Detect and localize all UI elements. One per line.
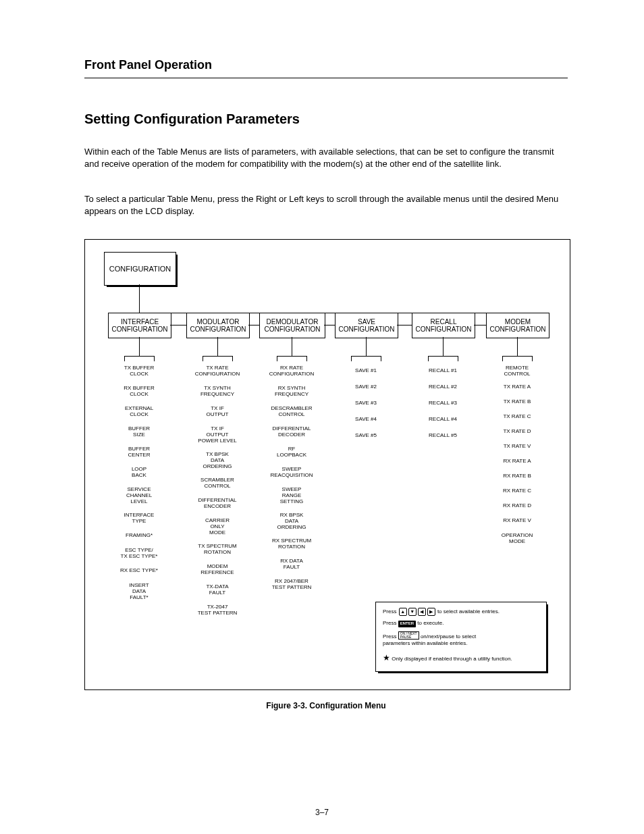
col0-item: TX BUFFERCLOCK	[107, 365, 171, 377]
menu-box-save: SAVECONFIGURATION	[335, 313, 398, 338]
col5-item: TX RATE A	[486, 384, 548, 390]
col3-item: SAVE #1	[335, 368, 397, 374]
main-config-box: CONFIGURATION	[104, 252, 176, 286]
diagram-container: CONFIGURATION INTERFACECONFIGURATION MOD…	[84, 239, 570, 690]
col0-item: EXTERNALCLOCK	[107, 406, 171, 418]
legend-line-3: Press ON / NEXTPAUSE on/next/pause to se…	[383, 631, 539, 648]
col1-item: TX-2047TEST PATTERN	[185, 604, 250, 617]
col1-item: TX RATECONFIGURATION	[185, 365, 250, 377]
menu-box-recall: RECALLCONFIGURATION	[412, 313, 475, 338]
col2-item: DIFFERENTIALDECODER	[259, 426, 324, 438]
col2-item: RFLOOPBACK	[259, 446, 324, 459]
col5-item: OPERATIONMODE	[486, 533, 548, 545]
col2-item: RX BPSKDATAORDERING	[259, 513, 324, 530]
col0-item: LOOPBACK	[107, 467, 171, 479]
arrow-up-icon: ▲	[399, 608, 407, 616]
col2-item: RX DATAFAULT	[259, 558, 324, 571]
col3-item: SAVE #3	[335, 400, 397, 407]
col2-item: DESCRAMBLERCONTROL	[259, 406, 324, 418]
col3-item: SAVE #5	[335, 433, 397, 439]
section-title: Setting Configuration Parameters	[84, 111, 300, 127]
col2-item: RX SPECTRUMROTATION	[259, 538, 324, 550]
col0-item: BUFFERSIZE	[107, 426, 171, 438]
col5-item: RX RATE A	[486, 459, 548, 465]
header-title: Front Panel Operation	[84, 58, 568, 72]
col5-item: REMOTECONTROL	[486, 365, 548, 377]
legend-line-1: Press ▲▼◀▶ to select available entries.	[383, 608, 539, 616]
col5-item: TX RATE D	[486, 429, 548, 435]
col3-item: SAVE #2	[335, 384, 397, 390]
legend-line-2: Press ENTER to execute.	[383, 620, 539, 627]
col0-item: BUFFERCENTER	[107, 446, 171, 459]
col5-item: TX RATE B	[486, 399, 548, 405]
col1-item: TX SPECTRUMROTATION	[185, 544, 250, 556]
col4-item: RECALL #3	[412, 400, 474, 407]
col4-item: RECALL #1	[412, 368, 474, 374]
col5-item: RX RATE D	[486, 503, 548, 509]
col1-item: TX IFOUTPUTPOWER LEVEL	[185, 426, 250, 444]
intro-paragraph-2: To select a particular Table Menu, press…	[84, 193, 568, 217]
col1-item: TX SYNTHFREQUENCY	[185, 386, 250, 398]
legend-star-note: ★ Only displayed if enabled through a ut…	[383, 653, 539, 664]
menu-box-modem: MODEMCONFIGURATION	[486, 313, 549, 338]
arrow-left-icon: ◀	[418, 608, 426, 616]
col1-item: SCRAMBLERCONTROL	[185, 477, 250, 490]
col5-item: TX RATE C	[486, 414, 548, 420]
col0-item: INSERTDATAFAULT*	[107, 583, 171, 600]
col4-item: RECALL #4	[412, 417, 474, 423]
col1-item: MODEMREFERENCE	[185, 564, 250, 576]
col1-item: TX BPSKDATAORDERING	[185, 452, 250, 469]
col0-item: SERVICECHANNELLEVEL	[107, 487, 171, 504]
col2-item: RX SYNTHFREQUENCY	[259, 386, 324, 398]
enter-button-icon: ENTER	[398, 621, 416, 627]
on-next-pause-icon: ON / NEXTPAUSE	[398, 631, 419, 640]
col0-item: FRAMING*	[107, 533, 171, 539]
col1-item: TX-DATAFAULT	[185, 584, 250, 596]
col5-item: RX RATE C	[486, 488, 548, 494]
col1-item: CARRIERONLYMODE	[185, 518, 250, 536]
menu-box-demodulator: DEMODULATORCONFIGURATION	[259, 313, 325, 338]
menu-box-modulator: MODULATORCONFIGURATION	[186, 313, 250, 338]
page-number: 3–7	[0, 808, 644, 817]
intro-paragraph-1: Within each of the Table Menus are lists…	[84, 146, 568, 170]
col0-item: RX ESC TYPE*	[107, 568, 171, 574]
col0-item: INTERFACETYPE	[107, 513, 171, 525]
col2-item: SWEEPRANGESETTING	[259, 487, 324, 504]
star-icon: ★	[383, 653, 390, 662]
arrow-down-icon: ▼	[408, 608, 417, 616]
col5-item: TX RATE V	[486, 444, 548, 450]
col1-item: DIFFERENTIALENCODER	[185, 498, 250, 510]
col2-item: RX 2047/BERTEST PATTERN	[259, 579, 324, 591]
legend-box: Press ▲▼◀▶ to select available entries. …	[375, 602, 547, 672]
menu-box-interface: INTERFACECONFIGURATION	[108, 313, 171, 338]
col4-item: RECALL #5	[412, 433, 474, 439]
col3-item: SAVE #4	[335, 417, 397, 423]
col0-item: ESC TYPE/TX ESC TYPE*	[107, 548, 171, 560]
arrow-right-icon: ▶	[427, 608, 435, 616]
header-divider	[84, 78, 568, 78]
col2-item: SWEEPREACQUISITION	[259, 467, 324, 479]
figure-caption: Figure 3-3. Configuration Menu	[84, 701, 568, 710]
col1-item: TX IFOUTPUT	[185, 406, 250, 418]
col2-item: RX RATECONFIGURATION	[259, 365, 324, 377]
col5-item: RX RATE V	[486, 518, 548, 524]
col5-item: RX RATE B	[486, 473, 548, 479]
col0-item: RX BUFFERCLOCK	[107, 386, 171, 398]
col4-item: RECALL #2	[412, 384, 474, 390]
